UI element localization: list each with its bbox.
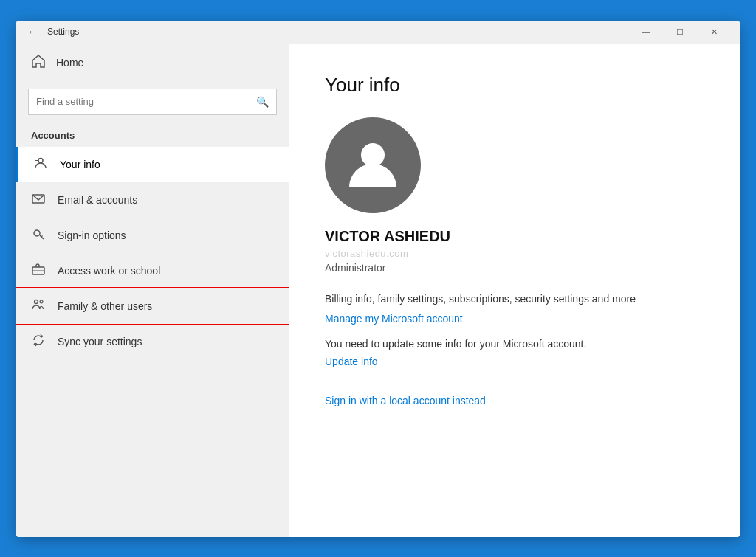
content-area: Home 🔍 Accounts <box>16 44 740 537</box>
svg-point-4 <box>34 230 40 236</box>
sidebar-item-family-users[interactable]: Family & other users <box>16 288 289 324</box>
home-icon <box>31 55 46 71</box>
divider <box>325 381 694 381</box>
user-name: VICTOR ASHIEDU <box>325 228 704 245</box>
close-button[interactable]: ✕ <box>697 21 731 44</box>
back-button[interactable]: ← <box>25 24 40 39</box>
settings-window: ← Settings — ☐ ✕ Home 🔍 <box>16 21 740 537</box>
search-container: 🔍 <box>16 81 289 125</box>
window-controls: — ☐ ✕ <box>629 21 731 44</box>
titlebar: ← Settings — ☐ ✕ <box>16 21 740 44</box>
sync-icon <box>31 333 46 350</box>
accounts-section-label: Accounts <box>16 125 289 147</box>
search-box: 🔍 <box>28 89 277 115</box>
your-info-label: Your info <box>60 159 100 170</box>
search-icon: 🔍 <box>256 96 269 108</box>
home-label: Home <box>56 57 83 69</box>
svg-point-8 <box>40 300 43 303</box>
work-school-label: Access work or school <box>58 265 160 277</box>
signin-options-label: Sign-in options <box>58 229 126 241</box>
family-icon <box>31 298 46 314</box>
sidebar-item-your-info[interactable]: Your info <box>16 147 289 182</box>
user-avatar <box>325 117 421 213</box>
svg-point-7 <box>35 300 38 303</box>
user-email: victorashiedu.com <box>325 248 704 259</box>
person-icon <box>33 156 48 173</box>
minimize-button[interactable]: — <box>629 21 663 44</box>
svg-point-0 <box>38 158 43 162</box>
family-users-label: Family & other users <box>58 300 152 312</box>
email-icon <box>31 192 46 208</box>
window-title: Settings <box>47 27 629 37</box>
user-role: Administrator <box>325 262 704 274</box>
key-icon <box>31 227 46 243</box>
billing-text: Billing info, family settings, subscript… <box>325 291 679 307</box>
email-accounts-label: Email & accounts <box>58 194 137 206</box>
svg-point-9 <box>361 143 385 167</box>
main-content: Your info VICTOR ASHIEDU victorashiedu.c… <box>289 44 740 537</box>
search-input[interactable] <box>36 96 250 107</box>
update-info-link[interactable]: Update info <box>325 356 704 367</box>
update-notice: You need to update some info for your Mi… <box>325 338 679 350</box>
avatar-person-icon <box>343 134 402 196</box>
sidebar-item-email-accounts[interactable]: Email & accounts <box>16 182 289 218</box>
sidebar-item-work-school[interactable]: Access work or school <box>16 253 289 288</box>
manage-account-link[interactable]: Manage my Microsoft account <box>325 313 704 325</box>
local-account-link[interactable]: Sign in with a local account instead <box>325 395 704 406</box>
maximize-button[interactable]: ☐ <box>663 21 697 44</box>
sidebar-item-sync-settings[interactable]: Sync your settings <box>16 324 289 359</box>
briefcase-icon <box>31 263 46 279</box>
sidebar-item-signin-options[interactable]: Sign-in options <box>16 218 289 253</box>
sync-settings-label: Sync your settings <box>58 336 142 347</box>
page-title: Your info <box>325 74 704 97</box>
sidebar: Home 🔍 Accounts <box>16 44 289 537</box>
sidebar-item-home[interactable]: Home <box>16 44 289 81</box>
